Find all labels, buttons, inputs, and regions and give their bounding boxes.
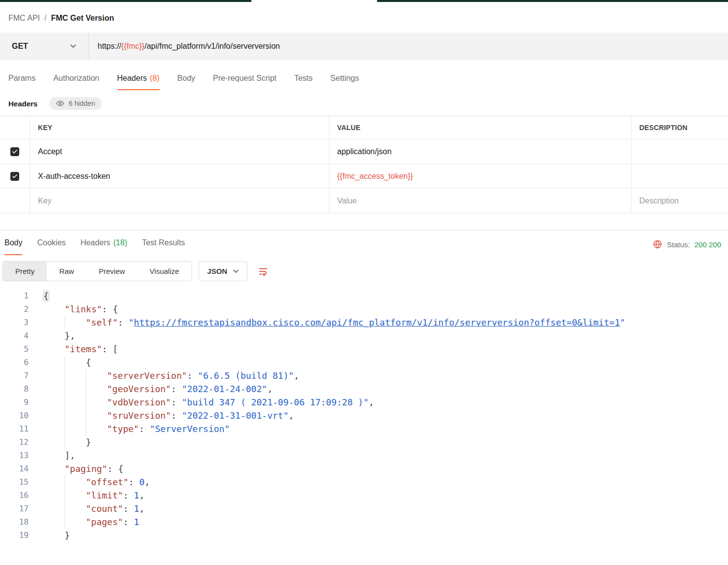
header-row: X-auth-access-token{{fmc_access_token}} — [0, 164, 728, 188]
code-line: 14"paging": { — [0, 462, 728, 475]
request-tab-authorization[interactable]: Authorization — [53, 74, 99, 90]
request-tab-tests[interactable]: Tests — [294, 74, 312, 90]
code-line: 2"links": { — [0, 302, 728, 316]
header-description-cell[interactable] — [631, 139, 728, 164]
response-view-bar: PrettyRawPreviewVisualize JSON — [0, 255, 728, 281]
code-line: 4}, — [0, 329, 728, 342]
view-tab-preview[interactable]: Preview — [86, 262, 137, 281]
headers-table-header: KEY VALUE DESCRIPTION — [0, 116, 728, 139]
request-url-bar: GET https://{{fmc}}/api/fmc_platform/v1/… — [0, 33, 728, 60]
line-number: 14 — [0, 462, 29, 475]
response-body-code[interactable]: 1{2"links": {3"self": "https://fmcrestap… — [0, 281, 728, 542]
breadcrumb: FMC API/FMC Get Version — [0, 2, 728, 33]
tab-label: Params — [8, 74, 35, 82]
network-globe-icon[interactable] — [653, 239, 662, 249]
view-tab-pretty[interactable]: Pretty — [3, 262, 47, 281]
chevron-down-icon — [233, 269, 239, 273]
line-number: 8 — [0, 382, 29, 396]
code-line: 18"pages": 1 — [0, 515, 728, 529]
header-row: Acceptapplication/json — [0, 139, 728, 164]
tab-count-badge: (18) — [113, 238, 127, 247]
header-key-cell[interactable]: Accept — [30, 139, 329, 164]
line-number: 9 — [0, 396, 29, 409]
tab-count-badge: (8) — [150, 74, 160, 82]
request-tabs: ParamsAuthorizationHeaders(8)BodyPre-req… — [0, 60, 728, 90]
code-line: 10"sruVersion": "2022-01-31-001-vrt", — [0, 409, 728, 422]
row-checkbox[interactable] — [10, 172, 19, 181]
code-line: 3"self": "https://fmcrestapisandbox.cisc… — [0, 316, 728, 329]
line-number: 5 — [0, 342, 29, 356]
header-value-cell[interactable]: Value — [329, 189, 631, 213]
line-number: 1 — [0, 289, 29, 302]
code-line: 15"offset": 0, — [0, 475, 728, 489]
header-key-cell[interactable]: X-auth-access-token — [30, 164, 329, 188]
response-tab-cookies[interactable]: Cookies — [37, 238, 66, 255]
language-select[interactable]: JSON — [199, 261, 247, 281]
checkbox-column-header — [0, 116, 30, 139]
header-description-cell[interactable] — [631, 164, 728, 188]
hidden-headers-toggle[interactable]: 6 hidden — [49, 97, 102, 110]
wrap-lines-button[interactable] — [254, 263, 272, 280]
response-url-link[interactable]: https://fmcrestapisandbox.cisco.com/api/… — [134, 317, 620, 328]
code-line: 7"serverVersion": "6.6.5 (build 81)", — [0, 369, 728, 382]
request-tab-params[interactable]: Params — [8, 74, 35, 90]
code-line: 9"vdbVersion": "build 347 ( 2021-09-06 1… — [0, 396, 728, 409]
column-header-description: DESCRIPTION — [631, 116, 728, 139]
line-number: 4 — [0, 329, 29, 342]
tab-strip-segment — [0, 0, 251, 2]
tab-label: Headers — [117, 74, 147, 82]
header-value-cell[interactable]: application/json — [329, 139, 631, 164]
response-view-tabs: PrettyRawPreviewVisualize — [2, 261, 192, 281]
headers-table-body: Acceptapplication/jsonX-auth-access-toke… — [0, 139, 728, 213]
line-number: 19 — [0, 529, 29, 542]
code-line: 6{ — [0, 356, 728, 369]
tab-strip-segment — [377, 0, 728, 2]
eye-icon — [56, 100, 64, 107]
tab-label: Authorization — [53, 74, 99, 82]
view-tab-visualize[interactable]: Visualize — [138, 262, 192, 281]
view-tab-raw[interactable]: Raw — [47, 262, 86, 281]
request-tab-headers[interactable]: Headers(8) — [117, 74, 160, 90]
tab-label: Settings — [330, 74, 359, 82]
response-tab-body[interactable]: Body — [4, 238, 22, 255]
response-tab-test-results[interactable]: Test Results — [142, 238, 185, 255]
response-tab-headers[interactable]: Headers(18) — [80, 238, 127, 255]
checkbox-cell — [0, 139, 30, 164]
header-value-cell[interactable]: {{fmc_access_token}} — [329, 164, 631, 188]
method-select[interactable]: GET — [0, 33, 89, 60]
header-description-cell[interactable]: Description — [631, 189, 728, 213]
browser-tab-strip — [0, 0, 728, 2]
hidden-headers-label: 6 hidden — [69, 100, 95, 107]
language-label: JSON — [207, 267, 227, 275]
request-tab-body[interactable]: Body — [177, 74, 195, 90]
line-number: 10 — [0, 409, 29, 422]
code-line: 12} — [0, 435, 728, 449]
code-line: 17"count": 1, — [0, 502, 728, 515]
row-checkbox[interactable] — [10, 147, 19, 156]
column-header-key: KEY — [30, 116, 329, 139]
request-tab-pre-request-script[interactable]: Pre-request Script — [213, 74, 277, 90]
method-label: GET — [12, 42, 28, 51]
request-tab-settings[interactable]: Settings — [330, 74, 359, 90]
url-path: /api/fmc_platform/v1/info/serverversion — [144, 42, 280, 50]
url-variable: {{fmc}} — [121, 42, 144, 50]
status-code[interactable]: 200 200 — [694, 240, 721, 249]
url-input[interactable]: https://{{fmc}}/api/fmc_platform/v1/info… — [89, 42, 280, 51]
line-number: 17 — [0, 502, 29, 515]
line-number: 2 — [0, 302, 29, 316]
header-key-cell[interactable]: Key — [30, 189, 329, 213]
url-prefix: https:// — [98, 42, 121, 50]
line-number: 13 — [0, 449, 29, 462]
column-header-value: VALUE — [329, 116, 631, 139]
headers-table: KEY VALUE DESCRIPTION Acceptapplication/… — [0, 116, 728, 213]
tab-label: Body — [177, 74, 195, 82]
chevron-down-icon — [70, 44, 76, 48]
tab-label: Test Results — [142, 238, 185, 247]
wrap-lines-icon — [257, 266, 269, 277]
breadcrumb-collection[interactable]: FMC API — [8, 14, 40, 22]
line-number: 12 — [0, 435, 29, 449]
checkbox-cell — [0, 189, 30, 213]
status-label: Status: — [667, 240, 690, 249]
code-line: 11"type": "ServerVersion" — [0, 422, 728, 435]
line-number: 7 — [0, 369, 29, 382]
